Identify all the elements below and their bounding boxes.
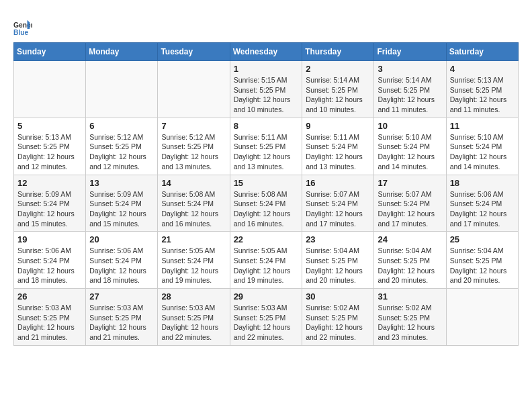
week-row-2: 5Sunrise: 5:13 AM Sunset: 5:25 PM Daylig… [14,118,519,175]
calendar-cell: 6Sunrise: 5:12 AM Sunset: 5:25 PM Daylig… [86,118,158,175]
calendar-cell: 25Sunrise: 5:04 AM Sunset: 5:25 PM Dayli… [446,232,518,289]
day-info: Sunrise: 5:11 AM Sunset: 5:24 PM Dayligh… [306,132,370,172]
day-number: 29 [234,291,299,302]
day-info: Sunrise: 5:07 AM Sunset: 5:24 PM Dayligh… [378,189,442,229]
day-info: Sunrise: 5:03 AM Sunset: 5:25 PM Dayligh… [234,303,299,342]
week-row-4: 19Sunrise: 5:06 AM Sunset: 5:24 PM Dayli… [14,232,519,289]
day-info: Sunrise: 5:06 AM Sunset: 5:24 PM Dayligh… [89,246,154,285]
day-number: 20 [89,234,154,244]
calendar-cell: 4Sunrise: 5:13 AM Sunset: 5:25 PM Daylig… [446,61,518,118]
weekday-header-row: SundayMondayTuesdayWednesdayThursdayFrid… [14,43,519,61]
weekday-header-thursday: Thursday [302,43,374,61]
day-info: Sunrise: 5:06 AM Sunset: 5:24 PM Dayligh… [17,246,82,285]
day-info: Sunrise: 5:10 AM Sunset: 5:24 PM Dayligh… [378,132,442,172]
day-number: 30 [306,291,370,302]
weekday-header-monday: Monday [86,43,158,61]
day-number: 19 [17,234,82,244]
day-info: Sunrise: 5:12 AM Sunset: 5:25 PM Dayligh… [89,132,154,172]
calendar-cell: 21Sunrise: 5:05 AM Sunset: 5:24 PM Dayli… [158,232,230,289]
day-info: Sunrise: 5:13 AM Sunset: 5:25 PM Dayligh… [17,132,82,172]
day-number: 9 [306,121,370,131]
calendar-cell: 16Sunrise: 5:07 AM Sunset: 5:24 PM Dayli… [302,175,374,232]
day-info: Sunrise: 5:13 AM Sunset: 5:25 PM Dayligh… [450,75,515,115]
calendar-cell: 15Sunrise: 5:08 AM Sunset: 5:24 PM Dayli… [230,175,302,232]
day-info: Sunrise: 5:03 AM Sunset: 5:25 PM Dayligh… [161,303,226,342]
day-info: Sunrise: 5:04 AM Sunset: 5:25 PM Dayligh… [306,246,370,285]
day-info: Sunrise: 5:08 AM Sunset: 5:24 PM Dayligh… [234,189,299,229]
day-number: 11 [450,121,515,131]
day-number: 6 [89,121,154,131]
day-info: Sunrise: 5:09 AM Sunset: 5:24 PM Dayligh… [89,189,154,229]
calendar-cell: 2Sunrise: 5:14 AM Sunset: 5:25 PM Daylig… [302,61,374,118]
day-number: 1 [234,64,299,74]
day-info: Sunrise: 5:14 AM Sunset: 5:25 PM Dayligh… [378,75,442,115]
calendar-cell: 18Sunrise: 5:06 AM Sunset: 5:24 PM Dayli… [446,175,518,232]
calendar-cell [14,61,86,118]
day-number: 27 [89,291,154,302]
calendar-cell: 29Sunrise: 5:03 AM Sunset: 5:25 PM Dayli… [230,289,302,346]
day-number: 24 [378,234,442,244]
day-info: Sunrise: 5:04 AM Sunset: 5:25 PM Dayligh… [378,246,442,285]
day-info: Sunrise: 5:15 AM Sunset: 5:25 PM Dayligh… [234,75,299,115]
day-info: Sunrise: 5:05 AM Sunset: 5:24 PM Dayligh… [161,246,226,285]
day-info: Sunrise: 5:03 AM Sunset: 5:25 PM Dayligh… [17,303,82,342]
logo: General Blue [13,17,36,36]
calendar-cell: 12Sunrise: 5:09 AM Sunset: 5:24 PM Dayli… [14,175,86,232]
calendar-table: SundayMondayTuesdayWednesdayThursdayFrid… [13,42,519,346]
calendar-cell: 1Sunrise: 5:15 AM Sunset: 5:25 PM Daylig… [230,61,302,118]
calendar-cell: 28Sunrise: 5:03 AM Sunset: 5:25 PM Dayli… [158,289,230,346]
week-row-3: 12Sunrise: 5:09 AM Sunset: 5:24 PM Dayli… [14,175,519,232]
calendar-cell: 9Sunrise: 5:11 AM Sunset: 5:24 PM Daylig… [302,118,374,175]
day-number: 12 [17,178,82,188]
day-info: Sunrise: 5:02 AM Sunset: 5:25 PM Dayligh… [378,303,442,342]
day-number: 28 [161,291,226,302]
day-number: 21 [161,234,226,244]
day-number: 31 [378,291,442,302]
calendar-cell [446,289,518,346]
day-info: Sunrise: 5:08 AM Sunset: 5:24 PM Dayligh… [161,189,226,229]
calendar-cell [86,61,158,118]
calendar-cell: 23Sunrise: 5:04 AM Sunset: 5:25 PM Dayli… [302,232,374,289]
day-number: 23 [306,234,370,244]
day-number: 8 [234,121,299,131]
calendar-cell: 26Sunrise: 5:03 AM Sunset: 5:25 PM Dayli… [14,289,86,346]
calendar-cell: 3Sunrise: 5:14 AM Sunset: 5:25 PM Daylig… [374,61,446,118]
day-number: 25 [450,234,515,244]
day-number: 18 [450,178,515,188]
day-number: 14 [161,178,226,188]
day-info: Sunrise: 5:05 AM Sunset: 5:24 PM Dayligh… [234,246,299,285]
weekday-header-wednesday: Wednesday [230,43,302,61]
day-info: Sunrise: 5:03 AM Sunset: 5:25 PM Dayligh… [89,303,154,342]
day-number: 15 [234,178,299,188]
calendar-cell: 11Sunrise: 5:10 AM Sunset: 5:24 PM Dayli… [446,118,518,175]
calendar-cell: 8Sunrise: 5:11 AM Sunset: 5:25 PM Daylig… [230,118,302,175]
day-number: 16 [306,178,370,188]
logo-icon: General Blue [13,19,32,38]
svg-text:Blue: Blue [13,29,29,36]
day-info: Sunrise: 5:06 AM Sunset: 5:24 PM Dayligh… [450,189,515,229]
calendar-cell: 20Sunrise: 5:06 AM Sunset: 5:24 PM Dayli… [86,232,158,289]
day-info: Sunrise: 5:11 AM Sunset: 5:25 PM Dayligh… [234,132,299,172]
calendar-cell: 31Sunrise: 5:02 AM Sunset: 5:25 PM Dayli… [374,289,446,346]
day-info: Sunrise: 5:12 AM Sunset: 5:25 PM Dayligh… [161,132,226,172]
day-number: 17 [378,178,442,188]
weekday-header-tuesday: Tuesday [158,43,230,61]
calendar-cell [158,61,230,118]
calendar-cell: 22Sunrise: 5:05 AM Sunset: 5:24 PM Dayli… [230,232,302,289]
day-number: 2 [306,64,370,74]
calendar-cell: 19Sunrise: 5:06 AM Sunset: 5:24 PM Dayli… [14,232,86,289]
day-number: 13 [89,178,154,188]
calendar-cell: 24Sunrise: 5:04 AM Sunset: 5:25 PM Dayli… [374,232,446,289]
weekday-header-friday: Friday [374,43,446,61]
weekday-header-saturday: Saturday [446,43,518,61]
day-info: Sunrise: 5:04 AM Sunset: 5:25 PM Dayligh… [450,246,515,285]
calendar-cell: 14Sunrise: 5:08 AM Sunset: 5:24 PM Dayli… [158,175,230,232]
calendar-cell: 5Sunrise: 5:13 AM Sunset: 5:25 PM Daylig… [14,118,86,175]
weekday-header-sunday: Sunday [14,43,86,61]
day-info: Sunrise: 5:10 AM Sunset: 5:24 PM Dayligh… [450,132,515,172]
day-info: Sunrise: 5:09 AM Sunset: 5:24 PM Dayligh… [17,189,82,229]
day-number: 7 [161,121,226,131]
week-row-5: 26Sunrise: 5:03 AM Sunset: 5:25 PM Dayli… [14,289,519,346]
calendar-cell: 7Sunrise: 5:12 AM Sunset: 5:25 PM Daylig… [158,118,230,175]
day-info: Sunrise: 5:02 AM Sunset: 5:25 PM Dayligh… [306,303,370,342]
